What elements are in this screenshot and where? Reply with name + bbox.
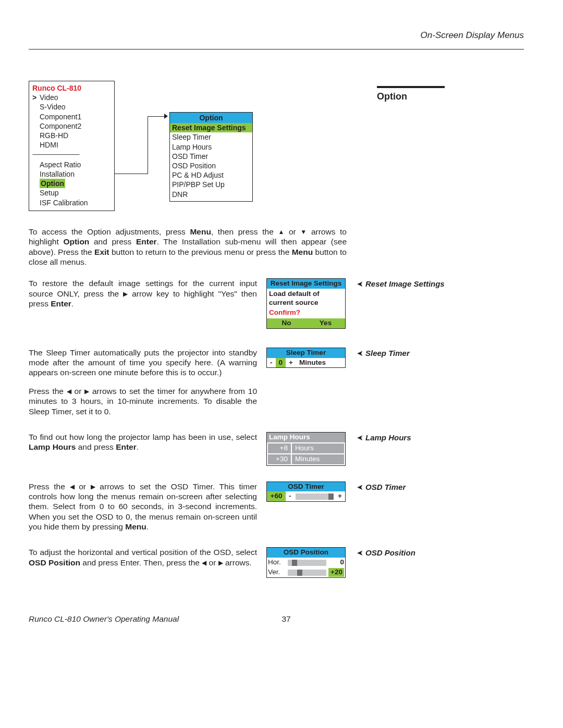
pointer-left-icon: ➤ <box>357 548 363 558</box>
slider-track <box>288 570 326 576</box>
slider-track <box>296 493 334 500</box>
option-menu-item: DNR <box>172 190 250 199</box>
page-footer: Runco CL-810 Owner's Operating Manual 37 <box>29 614 524 624</box>
main-menu-item: HDMI <box>40 140 58 150</box>
intro-paragraph: To access the Option adjustments, press … <box>29 227 347 267</box>
sleep-value: 0 <box>276 358 286 368</box>
caret-icon: > <box>32 93 40 102</box>
main-menu-item: Setup <box>40 188 59 198</box>
hor-value: 0 <box>328 558 344 567</box>
slider-track <box>288 560 326 566</box>
sleep-unit: Minutes <box>296 358 329 368</box>
main-menu-box: Runco CL-810 >Video S-Video Component1 C… <box>29 81 115 211</box>
option-menu-highlight: Reset Image Settings <box>170 123 252 132</box>
osd-title: OSD Timer <box>267 482 345 492</box>
sleep-text: The Sleep Timer automatically puts the p… <box>29 348 257 416</box>
option-menu-item: OSD Position <box>172 161 250 170</box>
main-menu-item: Component1 <box>40 112 81 121</box>
option-menu-item: PIP/PBP Set Up <box>172 180 250 189</box>
option-menu-item: Lamp Hours <box>172 142 250 152</box>
osd-timer-box: OSD Timer +60 - + <box>266 482 346 502</box>
osd-title: OSD Position <box>267 548 345 558</box>
minus-icon: - <box>286 491 295 501</box>
up-arrow-icon: ▲ <box>278 228 284 236</box>
pointer-left-icon: ➤ <box>357 433 363 442</box>
left-arrow-icon: ◀ <box>70 483 75 491</box>
osd-title: Sleep Timer <box>267 348 345 358</box>
right-arrow-icon: ▶ <box>91 483 95 491</box>
connector-line <box>148 116 165 117</box>
osd-timer-section: Press the ◀ or ▶ arrows to set the OSD T… <box>29 482 524 532</box>
header-rule <box>29 49 524 50</box>
down-arrow-icon: ▼ <box>300 228 307 236</box>
main-menu-highlight: Option <box>40 179 65 188</box>
page-number: 37 <box>282 614 290 624</box>
sleep-osd-box: Sleep Timer - 0 + Minutes <box>266 348 346 368</box>
osd-timer-text: Press the ◀ or ▶ arrows to set the OSD T… <box>29 482 257 532</box>
reset-label: ➤Reset Image Settings <box>357 278 524 289</box>
osd-timer-label: ➤OSD Timer <box>357 482 524 492</box>
ver-value: +20 <box>328 568 344 577</box>
main-menu-item: Installation <box>40 169 75 179</box>
lamp-text: To find out how long the projector lamp … <box>29 432 257 452</box>
reset-section: To restore the default image settings fo… <box>29 278 524 328</box>
pointer-left-icon: ➤ <box>357 279 363 289</box>
footer-title: Runco CL-810 Owner's Operating Manual <box>29 614 179 624</box>
connector-line <box>115 174 148 174</box>
lamp-hours-value: +8 <box>268 443 291 453</box>
menu-divider: ------------------------------ <box>32 151 111 159</box>
sleep-section: The Sleep Timer automatically puts the p… <box>29 348 524 416</box>
right-arrow-icon: ▶ <box>84 388 89 396</box>
sleep-label: ➤Sleep Timer <box>357 348 524 358</box>
option-menu-item: PC & HD Adjust <box>172 170 250 180</box>
lamp-min-value: +30 <box>268 454 291 464</box>
main-menu-item: Video <box>40 93 58 102</box>
lamp-label: ➤Lamp Hours <box>357 432 524 442</box>
ver-label: Ver. <box>268 568 286 577</box>
option-menu-title: Option <box>170 113 252 123</box>
osd-body-text: Load default of current source <box>267 289 345 309</box>
pointer-left-icon: ➤ <box>357 349 363 358</box>
reset-osd-box: Reset Image Settings Load default of cur… <box>266 278 346 328</box>
osd-position-section: To adjust the horizontal and vertical po… <box>29 547 524 578</box>
osd-title: Reset Image Settings <box>267 279 345 289</box>
hor-label: Hor. <box>268 558 286 567</box>
main-menu-item: Aspect Ratio <box>40 160 81 169</box>
lamp-min-unit: Minutes <box>292 454 344 464</box>
right-arrow-icon: ▶ <box>218 559 223 567</box>
option-menu-item: Sleep Timer <box>172 132 250 142</box>
main-menu-item: RGB-HD <box>40 131 68 140</box>
minus-icon: - <box>267 358 276 368</box>
main-menu-item: ISF Calibration <box>40 198 88 207</box>
slider-thumb <box>292 560 297 566</box>
slider-thumb <box>297 570 302 576</box>
confirm-label: Confirm? <box>267 309 345 318</box>
osd-position-label: ➤OSD Position <box>357 547 524 558</box>
slider-thumb <box>328 493 334 500</box>
osd-position-text: To adjust the horizontal and vertical po… <box>29 547 257 567</box>
connector-line <box>148 116 148 174</box>
main-menu-item: S-Video <box>40 102 66 112</box>
left-arrow-icon: ◀ <box>67 388 71 396</box>
arrow-right-icon <box>164 114 168 119</box>
lamp-hours-unit: Hours <box>292 443 344 453</box>
plus-icon: + <box>335 491 345 501</box>
option-menu-box: Option Reset Image Settings Sleep Timer … <box>169 112 253 202</box>
osd-position-box: OSD Position Hor. 0 Ver. +20 <box>266 547 346 578</box>
osd-timer-value: +60 <box>267 491 286 501</box>
left-arrow-icon: ◀ <box>202 559 206 567</box>
confirm-yes: Yes <box>306 318 345 328</box>
osd-title: Lamp Hours <box>267 433 345 442</box>
option-menu-item: OSD Timer <box>172 152 250 161</box>
plus-icon: + <box>286 358 296 368</box>
lamp-osd-box: Lamp Hours +8Hours +30Minutes <box>266 432 346 466</box>
page-header-section: On-Screen Display Menus <box>29 30 524 41</box>
right-arrow-icon: ▶ <box>123 290 128 298</box>
pointer-left-icon: ➤ <box>357 483 363 492</box>
main-menu-title: Runco CL-810 <box>29 81 114 93</box>
confirm-no: No <box>267 318 306 328</box>
reset-text: To restore the default image settings fo… <box>29 278 257 309</box>
main-menu-item: Component2 <box>40 121 81 131</box>
lamp-section: To find out how long the projector lamp … <box>29 432 524 466</box>
menu-diagrams: Runco CL-810 >Video S-Video Component1 C… <box>29 81 524 211</box>
